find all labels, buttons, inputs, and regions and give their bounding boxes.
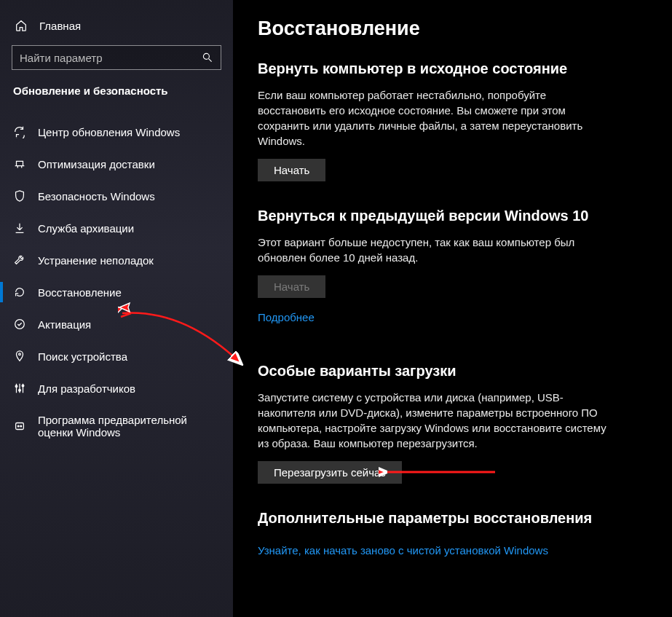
nav-windows-security[interactable]: Безопасность Windows — [0, 180, 233, 212]
location-icon — [13, 350, 26, 363]
nav-item-label: Программа предварительной оценки Windows — [38, 414, 220, 439]
nav-recovery[interactable]: Восстановление — [0, 276, 233, 308]
goback-start-button: Начать — [258, 275, 325, 298]
nav-item-label: Устранение неполадок — [38, 254, 154, 267]
section-advanced-startup: Особые варианты загрузки Запустите систе… — [258, 363, 649, 484]
svg-rect-6 — [16, 423, 24, 430]
section-heading-advanced: Особые варианты загрузки — [258, 363, 649, 380]
search-input-container[interactable] — [12, 45, 221, 70]
svg-point-2 — [19, 353, 21, 355]
svg-point-1 — [15, 320, 25, 329]
nav-for-developers[interactable]: Для разработчиков — [0, 372, 233, 404]
section-heading-reset: Вернуть компьютер в исходное состояние — [258, 60, 649, 77]
sliders-icon — [13, 382, 26, 395]
nav-windows-update[interactable]: Центр обновления Windows — [0, 116, 233, 148]
section-body-advanced: Запустите систему с устройства или диска… — [258, 390, 607, 451]
search-input[interactable] — [20, 52, 202, 64]
nav-home[interactable]: Главная — [0, 15, 233, 45]
nav-activation[interactable]: Активация — [0, 308, 233, 340]
delivery-icon — [13, 157, 26, 170]
section-body-reset: Если ваш компьютер работает нестабильно,… — [258, 87, 607, 149]
section-more-recovery: Дополнительные параметры восстановления … — [258, 510, 649, 575]
section-heading-goback: Вернуться к предыдущей версии Windows 10 — [258, 208, 649, 224]
settings-sidebar: Главная Обновление и безопасность Центр … — [0, 0, 233, 617]
section-reset: Вернуть компьютер в исходное состояние Е… — [258, 60, 649, 181]
home-icon — [15, 19, 28, 32]
nav-find-device[interactable]: Поиск устройства — [0, 340, 233, 372]
sync-icon — [13, 125, 26, 138]
nav-item-label: Безопасность Windows — [38, 190, 155, 203]
search-icon — [202, 52, 213, 63]
svg-point-7 — [17, 425, 19, 427]
svg-point-0 — [203, 53, 209, 59]
nav-item-label: Активация — [38, 318, 91, 331]
svg-point-5 — [22, 385, 24, 387]
section-heading-more: Дополнительные параметры восстановления — [258, 510, 649, 527]
page-title: Восстановление — [258, 17, 649, 40]
fresh-start-link[interactable]: Узнайте, как начать заново с чистой уста… — [258, 544, 548, 557]
svg-point-3 — [15, 385, 17, 388]
nav-item-label: Служба архивации — [38, 222, 134, 235]
sidebar-category-header: Обновление и безопасность — [0, 85, 233, 106]
svg-point-8 — [20, 425, 22, 427]
nav-item-label: Поиск устройства — [38, 350, 127, 363]
svg-point-4 — [19, 389, 21, 391]
section-body-goback: Этот вариант больше недоступен, так как … — [258, 235, 607, 265]
nav-home-label: Главная — [39, 20, 81, 32]
nav-list: Центр обновления Windows Оптимизация дос… — [0, 116, 233, 448]
reset-start-button[interactable]: Начать — [258, 159, 325, 181]
goback-learnmore-link[interactable]: Подробнее — [258, 311, 315, 323]
settings-content: Восстановление Вернуть компьютер в исход… — [233, 0, 672, 617]
nav-troubleshoot[interactable]: Устранение неполадок — [0, 244, 233, 276]
nav-delivery-optimization[interactable]: Оптимизация доставки — [0, 148, 233, 180]
section-goback: Вернуться к предыдущей версии Windows 10… — [258, 208, 649, 342]
backup-icon — [13, 221, 26, 235]
insider-icon — [13, 420, 26, 433]
recovery-icon — [13, 286, 26, 299]
restart-now-button[interactable]: Перезагрузить сейчас — [258, 461, 402, 484]
nav-item-label: Для разработчиков — [38, 382, 135, 395]
nav-item-label: Восстановление — [38, 286, 122, 299]
nav-item-label: Центр обновления Windows — [38, 126, 180, 138]
nav-insider-program[interactable]: Программа предварительной оценки Windows — [0, 404, 233, 448]
nav-item-label: Оптимизация доставки — [38, 158, 155, 170]
wrench-icon — [13, 254, 26, 267]
shield-icon — [13, 189, 26, 203]
check-circle-icon — [13, 318, 26, 331]
nav-backup[interactable]: Служба архивации — [0, 212, 233, 244]
